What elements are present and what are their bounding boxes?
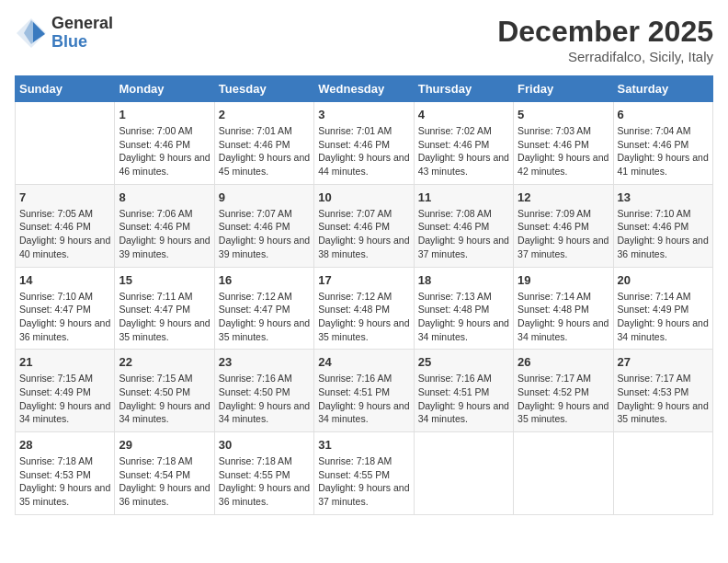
day-number: 2 [219,108,310,121]
cell-content: Sunrise: 7:03 AMSunset: 4:46 PMDaylight:… [518,124,609,178]
header-monday: Monday [115,76,214,102]
calendar-week-2: 7Sunrise: 7:05 AMSunset: 4:46 PMDaylight… [16,184,713,267]
day-number: 26 [518,355,609,369]
cell-content: Sunrise: 7:05 AMSunset: 4:46 PMDaylight:… [19,207,110,261]
calendar-cell: 31Sunrise: 7:18 AMSunset: 4:55 PMDayligh… [314,432,414,515]
logo-icon [15,17,48,50]
cell-content: Sunrise: 7:06 AMSunset: 4:46 PMDaylight:… [119,207,210,261]
calendar-table: SundayMondayTuesdayWednesdayThursdayFrid… [15,75,713,515]
day-number: 18 [418,273,509,287]
calendar-cell: 9Sunrise: 7:07 AMSunset: 4:46 PMDaylight… [214,184,313,267]
day-number: 3 [318,108,409,121]
calendar-cell: 28Sunrise: 7:18 AMSunset: 4:53 PMDayligh… [16,432,115,515]
header-tuesday: Tuesday [214,76,313,102]
cell-content: Sunrise: 7:00 AMSunset: 4:46 PMDaylight:… [119,124,210,178]
cell-content: Sunrise: 7:12 AMSunset: 4:48 PMDaylight:… [318,290,409,344]
cell-content: Sunrise: 7:18 AMSunset: 4:55 PMDaylight:… [318,454,409,509]
header-saturday: Saturday [613,76,712,102]
logo-general: General [51,15,113,33]
cell-content: Sunrise: 7:10 AMSunset: 4:47 PMDaylight:… [19,290,110,344]
calendar-cell: 18Sunrise: 7:13 AMSunset: 4:48 PMDayligh… [414,267,513,350]
calendar-cell: 12Sunrise: 7:09 AMSunset: 4:46 PMDayligh… [514,184,613,267]
cell-content: Sunrise: 7:10 AMSunset: 4:46 PMDaylight:… [618,207,709,261]
calendar-week-1: 1Sunrise: 7:00 AMSunset: 4:46 PMDaylight… [16,102,713,185]
month-title: December 2025 [497,15,713,49]
cell-content: Sunrise: 7:18 AMSunset: 4:55 PMDaylight:… [219,454,310,509]
calendar-cell: 25Sunrise: 7:16 AMSunset: 4:51 PMDayligh… [414,350,513,432]
day-number: 1 [119,108,210,121]
day-number: 30 [219,438,310,452]
calendar-cell: 10Sunrise: 7:07 AMSunset: 4:46 PMDayligh… [314,184,414,267]
day-number: 23 [219,355,310,369]
cell-content: Sunrise: 7:17 AMSunset: 4:52 PMDaylight:… [518,372,609,426]
day-number: 29 [119,438,210,452]
calendar-cell: 23Sunrise: 7:16 AMSunset: 4:50 PMDayligh… [214,350,313,432]
calendar-cell: 21Sunrise: 7:15 AMSunset: 4:49 PMDayligh… [16,350,115,432]
day-number: 7 [19,190,110,204]
cell-content: Sunrise: 7:01 AMSunset: 4:46 PMDaylight:… [219,124,310,178]
calendar-week-4: 21Sunrise: 7:15 AMSunset: 4:49 PMDayligh… [16,350,713,432]
calendar-cell: 5Sunrise: 7:03 AMSunset: 4:46 PMDaylight… [514,102,613,185]
day-number: 20 [618,273,709,287]
cell-content: Sunrise: 7:08 AMSunset: 4:46 PMDaylight:… [418,207,509,261]
cell-content: Sunrise: 7:04 AMSunset: 4:46 PMDaylight:… [618,124,709,178]
header-sunday: Sunday [16,76,115,102]
calendar-cell: 8Sunrise: 7:06 AMSunset: 4:46 PMDaylight… [115,184,214,267]
calendar-cell [414,432,513,515]
day-number: 6 [618,108,709,121]
header-friday: Friday [514,76,613,102]
calendar-cell: 7Sunrise: 7:05 AMSunset: 4:46 PMDaylight… [16,184,115,267]
day-number: 19 [518,273,609,287]
day-number: 4 [418,108,509,121]
calendar-cell: 2Sunrise: 7:01 AMSunset: 4:46 PMDaylight… [214,102,313,185]
day-number: 10 [318,190,409,204]
logo: General Blue [15,15,113,52]
logo-text: General Blue [51,15,113,52]
cell-content: Sunrise: 7:07 AMSunset: 4:46 PMDaylight:… [318,207,409,261]
calendar-cell: 20Sunrise: 7:14 AMSunset: 4:49 PMDayligh… [613,267,712,350]
cell-content: Sunrise: 7:12 AMSunset: 4:47 PMDaylight:… [219,290,310,344]
cell-content: Sunrise: 7:11 AMSunset: 4:47 PMDaylight:… [119,290,210,344]
calendar-cell: 27Sunrise: 7:17 AMSunset: 4:53 PMDayligh… [613,350,712,432]
calendar-cell [613,432,712,515]
calendar-cell: 26Sunrise: 7:17 AMSunset: 4:52 PMDayligh… [514,350,613,432]
day-number: 17 [318,273,409,287]
cell-content: Sunrise: 7:13 AMSunset: 4:48 PMDaylight:… [418,290,509,344]
day-number: 12 [518,190,609,204]
calendar-cell: 17Sunrise: 7:12 AMSunset: 4:48 PMDayligh… [314,267,414,350]
calendar-cell: 1Sunrise: 7:00 AMSunset: 4:46 PMDaylight… [115,102,214,185]
calendar-week-5: 28Sunrise: 7:18 AMSunset: 4:53 PMDayligh… [16,432,713,515]
day-number: 9 [219,190,310,204]
calendar-cell: 30Sunrise: 7:18 AMSunset: 4:55 PMDayligh… [214,432,313,515]
title-block: December 2025 Serradifalco, Sicily, Ital… [497,15,713,64]
calendar-week-3: 14Sunrise: 7:10 AMSunset: 4:47 PMDayligh… [16,267,713,350]
cell-content: Sunrise: 7:09 AMSunset: 4:46 PMDaylight:… [518,207,609,261]
cell-content: Sunrise: 7:14 AMSunset: 4:49 PMDaylight:… [618,290,709,344]
calendar-cell: 19Sunrise: 7:14 AMSunset: 4:48 PMDayligh… [514,267,613,350]
calendar-cell: 3Sunrise: 7:01 AMSunset: 4:46 PMDaylight… [314,102,414,185]
day-number: 25 [418,355,509,369]
cell-content: Sunrise: 7:01 AMSunset: 4:46 PMDaylight:… [318,124,409,178]
cell-content: Sunrise: 7:18 AMSunset: 4:53 PMDaylight:… [19,454,110,509]
day-number: 16 [219,273,310,287]
calendar-cell: 4Sunrise: 7:02 AMSunset: 4:46 PMDaylight… [414,102,513,185]
day-number: 22 [119,355,210,369]
header-wednesday: Wednesday [314,76,414,102]
day-number: 14 [19,273,110,287]
calendar-cell [16,102,115,185]
day-number: 15 [119,273,210,287]
calendar-cell: 22Sunrise: 7:15 AMSunset: 4:50 PMDayligh… [115,350,214,432]
day-number: 27 [618,355,709,369]
cell-content: Sunrise: 7:14 AMSunset: 4:48 PMDaylight:… [518,290,609,344]
cell-content: Sunrise: 7:02 AMSunset: 4:46 PMDaylight:… [418,124,509,178]
calendar-cell: 11Sunrise: 7:08 AMSunset: 4:46 PMDayligh… [414,184,513,267]
day-number: 8 [119,190,210,204]
page-header: General Blue December 2025 Serradifalco,… [15,15,713,64]
cell-content: Sunrise: 7:07 AMSunset: 4:46 PMDaylight:… [219,207,310,261]
day-number: 5 [518,108,609,121]
day-number: 21 [19,355,110,369]
calendar-cell: 15Sunrise: 7:11 AMSunset: 4:47 PMDayligh… [115,267,214,350]
cell-content: Sunrise: 7:16 AMSunset: 4:51 PMDaylight:… [318,372,409,426]
calendar-cell: 14Sunrise: 7:10 AMSunset: 4:47 PMDayligh… [16,267,115,350]
day-number: 24 [318,355,409,369]
